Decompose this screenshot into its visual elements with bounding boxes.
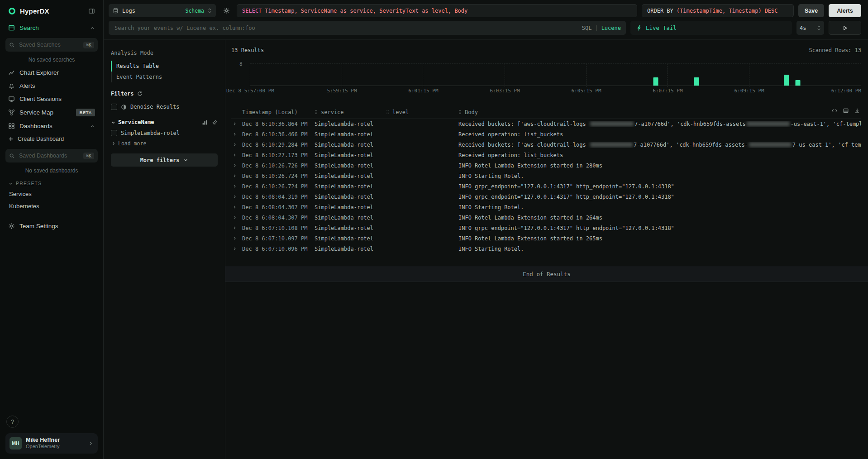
results-table: Timestamp (Local) service level xyxy=(231,106,861,254)
row-expand-icon[interactable] xyxy=(231,142,242,147)
table-row[interactable]: Dec 8 6:08:04.307 PMSimpleLambda-rotelIN… xyxy=(231,212,861,223)
search-window-icon xyxy=(8,24,15,31)
row-service: SimpleLambda-rotel xyxy=(315,204,386,210)
search-icon xyxy=(9,42,15,48)
refresh-interval-select[interactable]: 4s xyxy=(796,21,824,35)
chart-x-tick-label: 6:12:00 PM xyxy=(831,88,861,94)
save-button[interactable]: Save xyxy=(798,4,824,17)
row-timestamp: Dec 8 6:07:10.097 PM xyxy=(242,235,315,242)
row-expand-icon[interactable] xyxy=(231,184,242,189)
preset-item-services[interactable]: Services xyxy=(5,188,98,200)
lucene-toggle[interactable]: Lucene xyxy=(601,25,621,31)
live-tail-button[interactable]: Live Tail xyxy=(630,21,792,35)
chart-bar[interactable] xyxy=(795,80,800,86)
sidebar-item-service-map[interactable]: Service Map BETA xyxy=(5,105,98,120)
saved-searches-input[interactable] xyxy=(18,41,80,48)
order-by-input[interactable]: ORDER BY (TimestampTime, Timestamp) DESC xyxy=(642,4,794,17)
table-row[interactable]: Dec 8 6:10:36.864 PMSimpleLambda-rotelRe… xyxy=(231,119,861,129)
denoise-filter[interactable]: Denoise Results xyxy=(111,102,218,112)
create-dashboard-button[interactable]: Create Dashboard xyxy=(5,133,98,145)
mode-results-table[interactable]: Results Table xyxy=(111,61,218,72)
alerts-button[interactable]: Alerts xyxy=(829,4,861,17)
sidebar-item-team-settings[interactable]: Team Settings xyxy=(5,220,98,233)
play-icon xyxy=(842,25,848,31)
event-search-input[interactable] xyxy=(114,24,578,32)
chevron-up-icon[interactable] xyxy=(90,25,95,31)
pin-icon[interactable] xyxy=(212,120,218,125)
table-row[interactable]: Dec 8 6:07:10.108 PMSimpleLambda-rotelIN… xyxy=(231,223,861,233)
row-expand-icon[interactable] xyxy=(231,173,242,178)
presets-header[interactable]: PRESETS xyxy=(5,177,98,188)
column-header-timestamp[interactable]: Timestamp (Local) xyxy=(242,109,315,115)
mode-event-patterns[interactable]: Event Patterns xyxy=(111,72,218,82)
row-expand-icon[interactable] xyxy=(231,236,242,241)
table-row[interactable]: Dec 8 6:10:26.726 PMSimpleLambda-rotelIN… xyxy=(231,160,861,171)
body-text: INFO Rotel Lambda Extension started in 2… xyxy=(458,215,602,221)
facet-value-row[interactable]: SimpleLambda-rotel xyxy=(111,128,218,138)
hyperdx-logo-icon xyxy=(8,7,16,15)
saved-searches-search[interactable]: ⌘K xyxy=(5,38,98,52)
table-row[interactable]: Dec 8 6:10:26.724 PMSimpleLambda-rotelIN… xyxy=(231,181,861,191)
sidebar-item-client-sessions[interactable]: Client Sessions xyxy=(5,92,98,105)
chart-x-tick-label: 5:59:15 PM xyxy=(327,88,357,94)
query-settings-gear-icon[interactable] xyxy=(220,4,232,17)
user-menu[interactable]: MH Mike Heffner OpenTelemetry xyxy=(5,433,98,454)
table-row[interactable]: Dec 8 6:08:04.319 PMSimpleLambda-rotelIN… xyxy=(231,191,861,202)
load-more-button[interactable]: Load more xyxy=(111,138,218,147)
table-row[interactable]: Dec 8 6:08:04.307 PMSimpleLambda-rotelIN… xyxy=(231,202,861,212)
column-header-level[interactable]: level xyxy=(386,109,458,115)
table-row[interactable]: Dec 8 6:07:10.097 PMSimpleLambda-rotelIN… xyxy=(231,233,861,244)
sidebar-item-chart-explorer[interactable]: Chart Explorer xyxy=(5,66,98,79)
code-view-icon[interactable] xyxy=(831,108,838,114)
facet-chart-icon[interactable] xyxy=(202,120,208,125)
table-row[interactable]: Dec 8 6:10:29.284 PMSimpleLambda-rotelRe… xyxy=(231,139,861,150)
download-icon[interactable] xyxy=(854,108,860,114)
stepper-chevrons-icon[interactable] xyxy=(817,25,821,30)
table-row[interactable]: Dec 8 6:07:10.096 PMSimpleLambda-rotelIN… xyxy=(231,244,861,254)
drag-handle-icon[interactable] xyxy=(458,109,462,115)
row-expand-icon[interactable] xyxy=(231,215,242,220)
chevron-up-icon[interactable] xyxy=(90,124,95,129)
facet-value-checkbox[interactable] xyxy=(111,130,117,136)
preset-item-kubernetes[interactable]: Kubernetes xyxy=(5,200,98,212)
more-filters-button[interactable]: More filters xyxy=(111,153,218,167)
row-expand-icon[interactable] xyxy=(231,163,242,168)
row-expand-icon[interactable] xyxy=(231,194,242,199)
facet-servicename-header[interactable]: ServiceName xyxy=(111,119,218,125)
row-expand-icon[interactable] xyxy=(231,132,242,137)
denoise-checkbox[interactable] xyxy=(111,104,117,110)
source-select[interactable]: Logs Schema xyxy=(109,4,216,17)
saved-dashboards-input[interactable] xyxy=(18,152,80,159)
sql-toggle[interactable]: SQL xyxy=(582,25,592,31)
select-query-input[interactable]: SELECT Timestamp, ServiceName as service… xyxy=(237,4,637,17)
run-query-button[interactable] xyxy=(829,21,861,35)
sidebar-item-label: Client Sessions xyxy=(19,96,62,102)
refresh-icon[interactable] xyxy=(137,91,143,96)
column-header-body[interactable]: Body xyxy=(458,109,861,115)
row-expand-icon[interactable] xyxy=(231,121,242,126)
table-row[interactable]: Dec 8 6:10:27.173 PMSimpleLambda-rotelRe… xyxy=(231,150,861,160)
sidebar-item-search[interactable]: Search xyxy=(5,21,98,34)
table-view-icon[interactable] xyxy=(843,108,849,114)
row-expand-icon[interactable] xyxy=(231,153,242,158)
chart-bar[interactable] xyxy=(784,75,789,86)
chart-bar[interactable] xyxy=(653,77,658,86)
chart-bar[interactable] xyxy=(694,77,699,86)
row-expand-icon[interactable] xyxy=(231,205,242,210)
row-timestamp: Dec 8 6:10:26.726 PM xyxy=(242,163,315,169)
row-expand-icon[interactable] xyxy=(231,246,242,251)
redacted-text xyxy=(590,121,634,126)
row-expand-icon[interactable] xyxy=(231,225,242,230)
column-header-service[interactable]: service xyxy=(315,109,386,115)
row-body: INFO Rotel Lambda Extension started in 2… xyxy=(458,163,861,169)
help-button[interactable]: ? xyxy=(6,416,19,428)
sidebar-item-dashboards[interactable]: Dashboards xyxy=(5,120,98,133)
sidebar-item-alerts[interactable]: Alerts xyxy=(5,79,98,92)
drag-handle-icon[interactable] xyxy=(315,109,318,115)
table-row[interactable]: Dec 8 6:10:26.724 PMSimpleLambda-rotelIN… xyxy=(231,171,861,181)
drag-handle-icon[interactable] xyxy=(386,109,389,115)
saved-dashboards-search[interactable]: ⌘K xyxy=(5,149,98,163)
source-name: Logs xyxy=(122,8,135,14)
table-row[interactable]: Dec 8 6:10:36.466 PMSimpleLambda-rotelRe… xyxy=(231,129,861,139)
sidebar-collapse-icon[interactable] xyxy=(88,8,95,14)
